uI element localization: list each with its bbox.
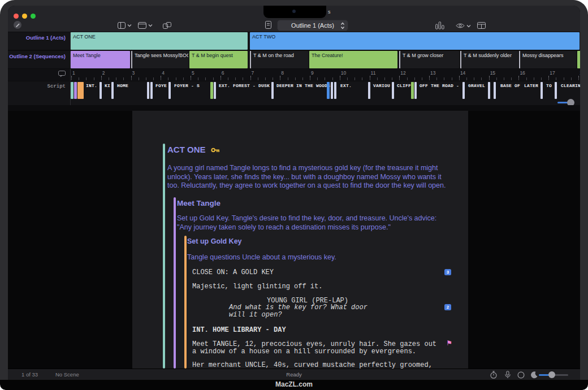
scene-heading-label[interactable]: OFF THE ROAD - [420,83,459,88]
note-badge[interactable]: 2 [444,304,451,310]
dictation-button[interactable] [504,371,511,379]
scene-heading-label[interactable]: BASE OF [500,83,520,88]
scene-strip[interactable] [411,82,414,99]
chart-icon [435,21,444,29]
scene-strip[interactable] [331,82,333,99]
outline-notes-button[interactable] [265,21,271,29]
subsection-heading[interactable]: Set up Gold Key [187,237,242,245]
scene-strip[interactable] [327,82,330,99]
script-page[interactable]: ACT ONE A young girl named Tangle longs … [132,111,468,369]
timeline-block[interactable] [577,51,580,68]
timer-button[interactable] [490,371,498,379]
timeline-block[interactable]: Meet Tangle [71,51,130,68]
scene-strip[interactable] [488,82,490,99]
sequence-heading[interactable]: Meet Tangle [177,199,220,207]
view-options-button[interactable] [456,23,471,29]
timeline-block[interactable]: T & M suddenly older [460,51,518,68]
timeline-block[interactable]: T & M grow closer [399,51,459,68]
app-window: Outline 1 (Acts) Outline 1 (Acts) ACT ON… [8,6,580,380]
scene-strip[interactable] [541,82,543,99]
timeline-zoom-slider-knob[interactable] [567,99,574,105]
script-line-action[interactable]: Her merchant UNCLE, 40s, curved mustache… [192,362,457,369]
bookmark-flag-icon[interactable]: ⚑ [446,340,452,347]
scene-heading-label[interactable]: TO [546,83,552,88]
scene-heading-label[interactable]: CLEARING [561,83,580,88]
script-line-action[interactable]: Meet TANGLE, 12, precocious eyes, unruly… [192,341,457,356]
minimize-window-button[interactable] [22,14,27,19]
editor-background: ACT ONE A young girl named Tangle longs … [8,111,580,369]
scene-strip[interactable] [494,82,496,99]
note-badge[interactable]: 3 [444,269,451,275]
comment-icon[interactable] [58,71,66,77]
outline-select[interactable]: Outline 1 (Acts) [277,20,348,31]
scene-strip[interactable] [214,82,216,99]
scene-strip[interactable] [271,82,274,99]
scene-strip[interactable] [462,82,465,99]
focus-mode-button[interactable] [517,371,525,379]
scene-heading-label[interactable]: FOYER - S [174,83,200,88]
timeline-block[interactable]: Mossy disappears [519,51,576,68]
scene-strip[interactable] [414,82,417,99]
scene-heading-label[interactable]: KI [105,83,110,88]
subsection-synopsis[interactable]: Tangle questions Uncle about a mysteriou… [187,253,336,262]
script-line-action[interactable]: Majestic, light glinting off it. [192,283,457,291]
scene-heading-label[interactable]: VARIOU [373,83,390,88]
scene-strip[interactable] [71,82,74,99]
acts-track: ACT ONEACT TWO [70,32,580,50]
timeline-script-row: Script INT.KIHOMEFOYEFOYER - SEXT. FORES… [8,81,580,105]
timeline-block[interactable]: T & M on the road [250,51,308,68]
ruler-minor-ticks [71,77,580,80]
scene-heading-label[interactable]: EXT. [340,83,352,88]
scene-heading-label[interactable]: GRAVEL [468,83,485,88]
scene-heading-label[interactable]: INT. [86,83,97,88]
scene-strip[interactable] [168,82,171,99]
scene-heading-label[interactable]: HOME [117,83,128,88]
scene-heading-label[interactable]: LATER [524,83,538,88]
dark-mode-button[interactable] [530,371,538,379]
scene-heading-label[interactable]: FOYE [155,83,167,88]
outline-select-value: Outline 1 (Acts) [291,22,334,29]
close-window-button[interactable] [14,14,19,19]
app-icon[interactable] [13,20,22,29]
ruler-number: 15 [490,70,495,76]
scene-strip[interactable] [74,82,77,99]
scene-heading-label[interactable]: DEEPER IN THE WOODS [276,83,330,88]
timeline-block[interactable]: The Creature! [309,51,397,68]
scene-strip[interactable] [150,82,153,99]
scene-strip[interactable] [77,82,84,99]
scene-strip[interactable] [392,82,394,99]
act-heading[interactable]: ACT ONE [167,145,220,154]
ruler-number: 18 [580,70,580,76]
index-cards-button[interactable] [163,22,171,29]
window-icon [138,22,146,29]
scene-heading-label[interactable]: CLIFF [397,83,411,88]
scene-strip[interactable] [334,82,336,99]
statistics-button[interactable] [435,21,444,29]
chevron-down-icon [148,24,153,27]
scene-strip[interactable] [210,82,213,99]
timeline-block[interactable]: Tangle sees Mossy/BOOM [131,51,188,68]
timeline-ruler: 123456789101112131415161718 [8,69,580,81]
window-mode-button[interactable] [138,22,153,29]
eye-icon [456,23,465,29]
scene-strip[interactable] [100,82,102,99]
script-text[interactable]: CLOSE ON: A GOLD KEY3Majestic, light gli… [192,262,457,369]
script-line-action[interactable]: CLOSE ON: A GOLD KEY3 [192,269,457,276]
ruler-number: 3 [132,70,135,76]
sequence-synopsis[interactable]: Set up Gold Key. Tangle's desire to find… [177,214,468,232]
sidebar-toggle-button[interactable] [118,22,132,29]
script-line-scene_heading[interactable]: INT. HOME LIBRARY - DAY [192,327,457,334]
scene-strip[interactable] [555,82,557,99]
table-view-button[interactable] [477,22,486,29]
timeline-block[interactable]: ACT TWO [250,32,580,50]
act-synopsis[interactable]: A young girl named Tangle longs to find … [167,164,467,190]
script-line-dialogue[interactable]: And what is the key for? What door will … [229,304,457,319]
zoom-window-button[interactable] [31,14,36,19]
zoom-slider-knob[interactable] [548,371,555,378]
timeline-block[interactable]: ACT ONE [71,32,248,50]
timeline-block[interactable]: T & M begin quest [189,51,248,68]
scene-strip[interactable] [368,82,370,99]
scene-strip[interactable] [147,82,149,99]
scene-heading-label[interactable]: EXT. FOREST - DUSK [219,83,270,88]
scene-strip[interactable] [111,82,114,99]
